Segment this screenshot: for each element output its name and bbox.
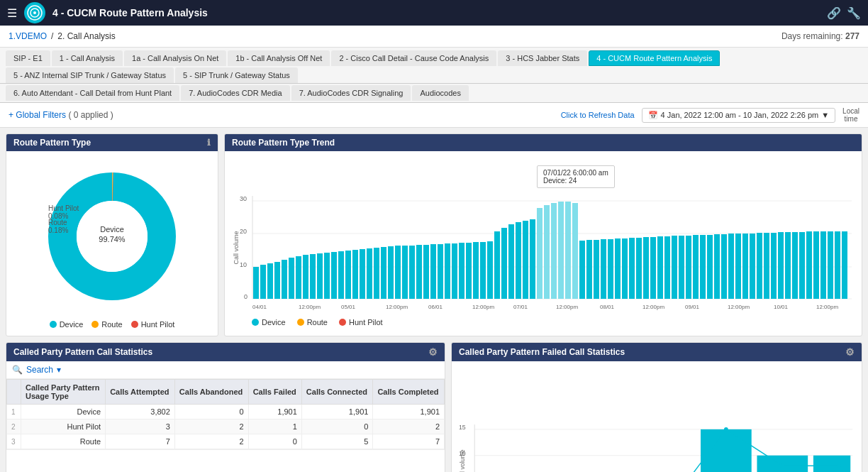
svg-rect-134 <box>813 456 850 472</box>
tab-nav-row2: 6. Auto Attendant - Call Detail from Hun… <box>0 84 868 103</box>
svg-rect-26 <box>303 255 308 299</box>
svg-rect-60 <box>544 205 550 299</box>
row-num: 2 <box>7 419 21 434</box>
svg-rect-54 <box>501 228 507 299</box>
table-row: 3 Route 7 2 0 5 7 <box>7 434 445 449</box>
svg-rect-96 <box>799 232 805 299</box>
tab-3---hcs-jabber-stats[interactable]: 3 - HCS Jabber Stats <box>498 50 587 66</box>
svg-text:30: 30 <box>240 195 247 202</box>
svg-rect-42 <box>416 245 422 299</box>
tab-4---cucm-route-patte[interactable]: 4 - CUCM Route Pattern Analysis <box>589 50 720 66</box>
table-settings-icon[interactable]: ⚙ <box>428 346 438 358</box>
svg-text:12:00pm: 12:00pm <box>386 304 408 310</box>
row-type: Device <box>21 405 106 419</box>
table-panel-title: Called Party Pattern Call Statistics <box>13 347 152 357</box>
svg-rect-48 <box>459 243 464 299</box>
svg-rect-53 <box>494 231 500 299</box>
svg-rect-44 <box>430 244 436 299</box>
menu-icon[interactable]: ☰ <box>7 6 17 20</box>
svg-text:05/01: 05/01 <box>341 304 356 310</box>
svg-rect-23 <box>282 260 287 299</box>
svg-rect-90 <box>757 233 762 299</box>
row-failed: 1,901 <box>248 405 301 419</box>
legend-huntpilot: Hunt Pilot <box>131 320 175 329</box>
legend-dot-device <box>50 321 57 328</box>
svg-rect-65 <box>579 241 585 299</box>
global-filters-btn[interactable]: + Global Filters ( 0 applied ) <box>9 110 113 120</box>
tab-2---cisco-call-detai[interactable]: 2 - Cisco Call Detail - Cause Code Analy… <box>331 50 496 66</box>
tab-row2-6.-auto-attendant---[interactable]: 6. Auto Attendant - Call Detail from Hun… <box>6 85 179 101</box>
svg-text:12:00pm: 12:00pm <box>556 304 578 310</box>
row-failed: 1 <box>248 419 301 434</box>
tab-row2-7.-audiocodes-cdr-si[interactable]: 7. AudioCodes CDR Signaling <box>291 85 411 101</box>
svg-rect-67 <box>594 240 599 299</box>
tab-5---sip-trunk-/-gate[interactable]: 5 - SIP Trunk / Gateway Status <box>175 67 298 83</box>
svg-point-140 <box>780 463 784 468</box>
row-connected: 5 <box>301 434 373 449</box>
search-label: Search <box>26 365 53 375</box>
bottom-row: Called Party Pattern Call Statistics ⚙ 🔍… <box>6 342 862 472</box>
svg-rect-63 <box>565 202 571 299</box>
row-num: 3 <box>7 434 21 449</box>
svg-rect-38 <box>388 246 394 299</box>
svg-rect-80 <box>686 236 691 299</box>
breadcrumb-sep: / <box>51 31 53 41</box>
failed-chart-body: 0 5 10 15 Call volume <box>452 361 862 472</box>
stats-table: Called Party PatternUsage Type Calls Att… <box>6 379 445 449</box>
table-row: 1 Device 3,802 0 1,901 1,901 1,901 <box>7 405 445 419</box>
date-range-picker[interactable]: 📅 4 Jan, 2022 12:00 am - 10 Jan, 2022 2:… <box>642 108 836 123</box>
info-icon[interactable]: ℹ <box>207 138 211 148</box>
svg-rect-101 <box>835 231 840 299</box>
donut-chart: Device 99.74% <box>41 165 183 307</box>
svg-rect-79 <box>679 236 684 299</box>
breadcrumb-section: 2. Call Analysis <box>57 31 115 41</box>
tab-5---anz-internal-sip[interactable]: 5 - ANZ Internal SIP Trunk / Gateway Sta… <box>6 67 174 83</box>
col-completed: Calls Completed <box>373 380 445 405</box>
svg-rect-94 <box>785 232 791 299</box>
svg-rect-88 <box>742 234 748 299</box>
search-chevron[interactable]: ▾ <box>57 365 61 375</box>
trend-dot-device <box>252 319 259 326</box>
row-connected: 1,901 <box>301 405 373 419</box>
tab-1b---call-analysis-o[interactable]: 1b - Call Analysis Off Net <box>228 50 330 66</box>
svg-rect-85 <box>721 234 727 299</box>
failed-panel-header: Called Party Pattern Failed Call Statist… <box>452 343 862 361</box>
route-pattern-type-panel: Route Pattern Type ℹ Device 99.74% <box>6 133 218 336</box>
table-row: 2 Hunt Pilot 3 2 1 0 2 <box>7 419 445 434</box>
calendar-icon: 📅 <box>648 111 658 120</box>
svg-rect-92 <box>771 233 777 299</box>
svg-rect-52 <box>487 241 493 299</box>
failed-settings-icon[interactable]: ⚙ <box>845 346 855 358</box>
filters-right: Click to Refresh Data 📅 4 Jan, 2022 12:0… <box>561 107 859 123</box>
svg-rect-41 <box>409 246 415 299</box>
svg-rect-20 <box>260 265 266 299</box>
row-type: Route <box>21 434 106 449</box>
svg-text:15: 15 <box>459 424 466 431</box>
svg-rect-75 <box>650 237 656 299</box>
svg-text:Call volume: Call volume <box>459 449 466 472</box>
link-icon[interactable]: 🔗 <box>827 6 841 20</box>
svg-rect-24 <box>289 258 294 299</box>
table-empty-space <box>6 449 445 472</box>
top-bar: ☰ 4 - CUCM Route Pattern Analysis 🔗 🔧 <box>0 0 868 26</box>
row-abandoned: 2 <box>174 419 248 434</box>
svg-rect-19 <box>253 267 259 299</box>
svg-text:08/01: 08/01 <box>600 304 615 310</box>
settings-icon[interactable]: 🔧 <box>847 6 861 20</box>
breadcrumb-tenant[interactable]: 1.VDEMO <box>9 31 47 41</box>
days-remaining: Days remaining: 277 <box>781 31 859 41</box>
tab-1---call-analysis[interactable]: 1 - Call Analysis <box>52 50 123 66</box>
tab-sip---e1[interactable]: SIP - E1 <box>6 50 50 66</box>
row-attempted: 3,802 <box>106 405 175 419</box>
tab-row2-7.-audiocodes-cdr-me[interactable]: 7. AudioCodes CDR Media <box>181 85 289 101</box>
svg-rect-34 <box>360 249 365 299</box>
col-type: Called Party PatternUsage Type <box>21 380 106 405</box>
refresh-link[interactable]: Click to Refresh Data <box>561 111 635 119</box>
search-icon: 🔍 <box>12 365 23 375</box>
tab-1a---call-analysis-o[interactable]: 1a - Call Analysis On Net <box>124 50 226 66</box>
svg-rect-50 <box>473 242 479 299</box>
col-abandoned: Calls Abandoned <box>174 380 248 405</box>
filters-bar: + Global Filters ( 0 applied ) Click to … <box>0 103 868 128</box>
chevron-down-icon: ▼ <box>821 111 829 119</box>
tab-row2-audiocodes[interactable]: Audiocodes <box>412 85 469 101</box>
